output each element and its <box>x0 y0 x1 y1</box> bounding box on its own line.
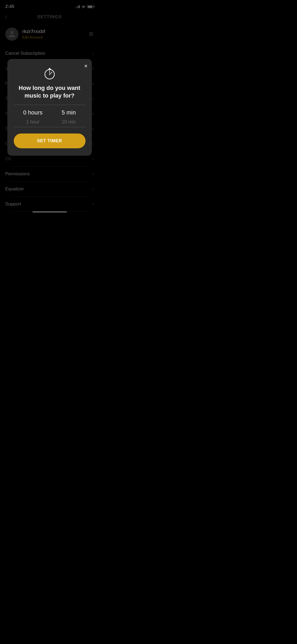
modal-overlay[interactable]: × How long do you want music to play for… <box>0 0 99 215</box>
stopwatch-icon <box>43 67 56 80</box>
set-timer-button[interactable]: SET TIMER <box>14 134 86 148</box>
timer-icon-container <box>14 67 86 80</box>
modal-question: How long do you want music to play for? <box>14 84 86 99</box>
time-picker[interactable]: 0 hours 1 hour 5 min 10 min <box>14 109 86 125</box>
minutes-inactive[interactable]: 10 min <box>62 119 76 125</box>
divider-top <box>14 105 86 105</box>
sleep-timer-modal: × How long do you want music to play for… <box>7 59 92 156</box>
svg-rect-3 <box>49 68 50 69</box>
svg-point-5 <box>49 74 50 75</box>
minutes-active[interactable]: 5 min <box>62 109 76 116</box>
hours-inactive[interactable]: 1 hour <box>26 119 40 125</box>
close-button[interactable]: × <box>84 63 88 69</box>
hours-column: 0 hours 1 hour <box>23 109 43 125</box>
hours-active[interactable]: 0 hours <box>23 109 43 116</box>
minutes-column: 5 min 10 min <box>62 109 76 125</box>
divider-bottom <box>14 127 86 127</box>
